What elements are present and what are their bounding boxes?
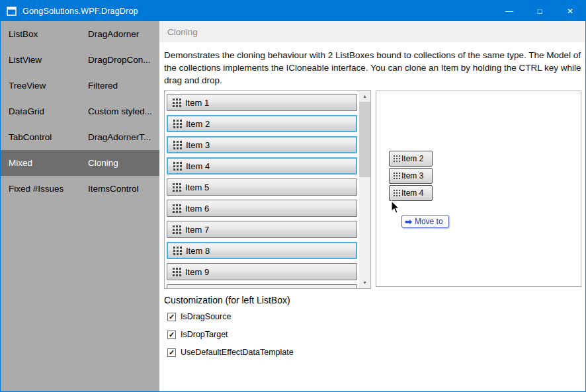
app-icon bbox=[7, 6, 17, 17]
drag-grip-icon bbox=[173, 225, 175, 227]
sidebar-column-samples: DragAdorner DragDropCon... Filtered Cust… bbox=[81, 21, 159, 391]
list-item-label: Item 3 bbox=[186, 140, 210, 150]
list-item[interactable]: Item 10 bbox=[167, 284, 357, 288]
list-item[interactable]: Item 9 bbox=[167, 263, 357, 280]
list-item-label: Item 9 bbox=[185, 267, 209, 277]
list-item-label: Item 4 bbox=[186, 161, 210, 171]
scroll-up-icon[interactable]: ▲ bbox=[359, 91, 370, 102]
scrollbar-thumb[interactable] bbox=[359, 102, 370, 177]
checkbox-isdroptarget[interactable]: ✓ IsDropTarget bbox=[167, 330, 294, 339]
sidebar-item-listview[interactable]: ListView bbox=[1, 47, 81, 73]
dropped-item-label: Item 4 bbox=[401, 188, 423, 198]
source-list-items: Item 1 Item 2 Item 3 Item 4 bbox=[165, 91, 359, 288]
main-panel: Cloning Demonstrates the cloning behavio… bbox=[159, 21, 585, 391]
checkbox-check-icon[interactable]: ✓ bbox=[167, 348, 176, 357]
list-item[interactable]: Item 6 bbox=[167, 200, 357, 217]
sidebar-item-tabcontrol[interactable]: TabControl bbox=[1, 124, 81, 150]
checkbox-check-icon[interactable]: ✓ bbox=[167, 331, 176, 339]
sidebar-item-cloning[interactable]: Cloning bbox=[81, 150, 159, 176]
sidebar-item-treeview[interactable]: TreeView bbox=[1, 73, 81, 98]
sidebar-item-fixed-issues[interactable]: Fixed #Issues bbox=[1, 176, 81, 202]
sidebar-item-dragadornert[interactable]: DragAdornerT... bbox=[81, 124, 159, 150]
list-item[interactable]: Item 5 bbox=[167, 178, 357, 196]
dropped-item[interactable]: Item 4 bbox=[389, 185, 433, 201]
sidebar-item-itemscontrol[interactable]: ItemsControl bbox=[81, 176, 159, 202]
list-item[interactable]: Item 8 bbox=[167, 242, 357, 259]
source-listbox: Item 1 Item 2 Item 3 Item 4 bbox=[164, 90, 371, 289]
sidebar-column-groups: ListBox ListView TreeView DataGrid TabCo… bbox=[1, 21, 81, 391]
dropped-item[interactable]: Item 2 bbox=[389, 151, 433, 167]
app-window: GongSolutions.WPF.DragDrop — □ ✕ ListBox… bbox=[0, 0, 586, 392]
sidebar-item-filtered[interactable]: Filtered bbox=[81, 73, 159, 98]
window-controls: — □ ✕ bbox=[494, 1, 585, 21]
checkbox-usedefaulteffectdatatemplate[interactable]: ✓ UseDefaultEffectDataTemplate bbox=[167, 348, 294, 357]
checkbox-label: IsDragSource bbox=[181, 312, 231, 321]
checkbox-label: IsDropTarget bbox=[181, 330, 228, 339]
drag-grip-icon bbox=[173, 162, 175, 164]
drag-grip-icon bbox=[173, 120, 175, 122]
drag-grip-icon bbox=[173, 247, 175, 249]
list-item[interactable]: Item 4 bbox=[167, 157, 357, 175]
close-button[interactable]: ✕ bbox=[555, 1, 585, 21]
sidebar-item-dragdropcon[interactable]: DragDropCon... bbox=[81, 47, 159, 73]
list-item-label: Item 8 bbox=[186, 246, 210, 256]
customization-options: ✓ IsDragSource ✓ IsDropTarget ✓ UseDefau… bbox=[167, 312, 294, 366]
window-title: GongSolutions.WPF.DragDrop bbox=[22, 7, 138, 16]
target-listbox[interactable]: Item 2 Item 3 Item 4 ➡ Move t bbox=[376, 91, 581, 287]
list-item-label: Item 5 bbox=[185, 182, 209, 192]
sidebar-item-custom-styled[interactable]: Custom styled... bbox=[81, 98, 159, 124]
drag-grip-icon bbox=[173, 183, 175, 185]
drag-grip-icon bbox=[173, 98, 175, 100]
content-area: ListBox ListView TreeView DataGrid TabCo… bbox=[1, 21, 585, 391]
list-item-label: Item 2 bbox=[186, 119, 210, 129]
title-bar: GongSolutions.WPF.DragDrop — □ ✕ bbox=[1, 1, 585, 21]
list-item-label: Item 10 bbox=[185, 288, 214, 289]
tab-strip: Cloning bbox=[159, 21, 585, 42]
dropped-item-label: Item 2 bbox=[401, 154, 423, 163]
drag-grip-icon bbox=[173, 141, 175, 143]
minimize-button[interactable]: — bbox=[494, 1, 524, 21]
drag-grip-icon bbox=[394, 190, 395, 191]
description-text: Demonstrates the cloning behaviour with … bbox=[164, 49, 582, 87]
checkbox-label: UseDefaultEffectDataTemplate bbox=[181, 348, 294, 357]
sidebar-item-dragadorner[interactable]: DragAdorner bbox=[81, 21, 159, 47]
drag-grip-icon bbox=[394, 173, 395, 174]
list-item[interactable]: Item 2 bbox=[167, 115, 357, 132]
list-item-label: Item 7 bbox=[185, 225, 209, 235]
customization-title: Customization (for left ListBox) bbox=[164, 295, 290, 305]
tab-cloning[interactable]: Cloning bbox=[167, 27, 198, 37]
list-item[interactable]: Item 1 bbox=[167, 94, 357, 111]
mouse-cursor-icon bbox=[391, 200, 401, 217]
list-item-label: Item 6 bbox=[185, 204, 209, 214]
move-arrow-icon: ➡ bbox=[405, 217, 412, 227]
drop-effect-label: Move to bbox=[415, 217, 443, 226]
scroll-down-icon[interactable]: ▼ bbox=[359, 277, 370, 288]
list-item[interactable]: Item 7 bbox=[167, 221, 357, 238]
list-item-label: Item 1 bbox=[185, 98, 209, 108]
sidebar-item-datagrid[interactable]: DataGrid bbox=[1, 98, 81, 124]
sidebar: ListBox ListView TreeView DataGrid TabCo… bbox=[1, 21, 159, 391]
list-item[interactable]: Item 3 bbox=[167, 136, 357, 153]
dropped-item-label: Item 3 bbox=[401, 171, 423, 180]
sidebar-item-listbox[interactable]: ListBox bbox=[1, 21, 81, 47]
vertical-scrollbar[interactable]: ▲ ▼ bbox=[359, 91, 370, 288]
maximize-button[interactable]: □ bbox=[524, 1, 555, 21]
checkbox-isdragsource[interactable]: ✓ IsDragSource bbox=[167, 312, 294, 321]
drag-grip-icon bbox=[173, 204, 175, 206]
checkbox-check-icon[interactable]: ✓ bbox=[167, 313, 176, 321]
dropped-item[interactable]: Item 3 bbox=[389, 168, 433, 184]
drag-grip-icon bbox=[394, 155, 395, 157]
drag-grip-icon bbox=[173, 268, 175, 270]
drop-effect-adorner: ➡ Move to bbox=[401, 215, 449, 228]
sidebar-item-mixed[interactable]: Mixed bbox=[1, 150, 81, 176]
